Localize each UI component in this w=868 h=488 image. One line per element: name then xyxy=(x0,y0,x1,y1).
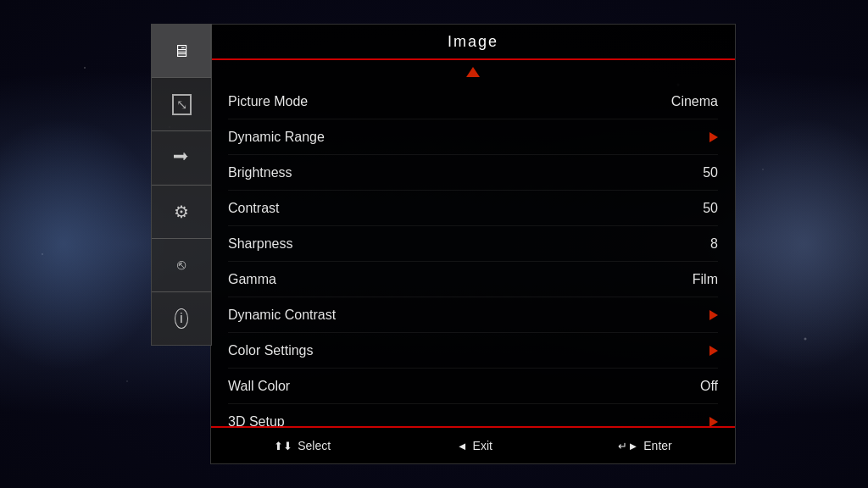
menu-item[interactable]: Picture ModeCinema xyxy=(228,84,718,119)
sidebar-item-share[interactable]: ⎋ xyxy=(152,239,211,292)
footer-exit[interactable]: ◄ Exit xyxy=(457,439,492,452)
footer-enter[interactable]: ↵► Enter xyxy=(618,439,671,452)
menu-title: Image xyxy=(448,33,498,51)
menu-item-value: 50 xyxy=(703,201,718,216)
menu-item-value: 8 xyxy=(710,236,718,252)
chevron-right-icon xyxy=(709,346,718,356)
picture-size-icon: ⤡ xyxy=(172,94,192,115)
share-icon: ⎋ xyxy=(177,257,186,274)
menu-item-label: Gamma xyxy=(228,272,276,287)
image-menu: Image Picture ModeCinemaDynamic RangeBri… xyxy=(210,24,736,464)
settings-icon: ⚙ xyxy=(174,202,189,222)
select-icon: ⬆⬇ xyxy=(274,440,292,452)
exit-icon: ◄ xyxy=(457,440,468,452)
footer-exit-label: Exit xyxy=(473,439,492,452)
footer-select: ⬆⬇ Select xyxy=(274,439,331,452)
sidebar-item-info[interactable]: i xyxy=(152,292,211,345)
menu-item-label: Dynamic Contrast xyxy=(228,308,336,323)
scroll-up-area xyxy=(211,60,735,84)
menu-item[interactable]: Sharpness8 xyxy=(228,226,718,262)
footer-select-label: Select xyxy=(298,439,331,452)
menu-item-label: Dynamic Range xyxy=(228,130,325,145)
menu-item[interactable]: Wall ColorOff xyxy=(228,369,718,404)
menu-item-value: Off xyxy=(700,379,718,394)
display-icon: 🖥 xyxy=(173,42,190,61)
sidebar: 🖥 ⤡ ⮕ ⚙ ⎋ i xyxy=(151,24,212,346)
menu-item-value: Film xyxy=(693,272,718,287)
chevron-right-icon xyxy=(709,132,718,142)
menu-item-value: 50 xyxy=(703,165,718,180)
menu-body: Picture ModeCinemaDynamic RangeBrightnes… xyxy=(211,60,735,426)
menu-item-label: Contrast xyxy=(228,201,279,216)
sidebar-item-picture-size[interactable]: ⤡ xyxy=(152,78,211,131)
menu-items-list: Picture ModeCinemaDynamic RangeBrightnes… xyxy=(211,84,735,426)
footer-enter-label: Enter xyxy=(643,439,671,452)
menu-item-label: Wall Color xyxy=(228,379,290,394)
background-glow-left xyxy=(0,117,170,371)
menu-title-bar: Image xyxy=(211,25,735,60)
sidebar-item-source[interactable]: ⮕ xyxy=(152,131,211,185)
menu-item-label: Color Settings xyxy=(228,343,314,358)
menu-item[interactable]: Dynamic Range xyxy=(228,119,718,155)
menu-item[interactable]: Contrast50 xyxy=(228,191,718,226)
menu-footer: ⬆⬇ Select ◄ Exit ↵► Enter xyxy=(211,426,735,463)
info-icon: i xyxy=(175,308,188,329)
enter-icon: ↵► xyxy=(618,440,638,452)
menu-item-label: Picture Mode xyxy=(228,94,308,109)
menu-item-label: 3D Setup xyxy=(228,414,285,426)
sidebar-item-display[interactable]: 🖥 xyxy=(152,25,211,78)
menu-item-value: Cinema xyxy=(671,94,718,109)
chevron-right-icon xyxy=(709,417,718,426)
menu-item[interactable]: Dynamic Contrast xyxy=(228,297,718,333)
menu-item-label: Sharpness xyxy=(228,236,293,252)
menu-item[interactable]: Color Settings xyxy=(228,333,718,369)
source-icon: ⮕ xyxy=(173,148,190,168)
chevron-right-icon xyxy=(709,310,718,320)
menu-item[interactable]: GammaFilm xyxy=(228,262,718,297)
menu-item-label: Brightness xyxy=(228,165,292,180)
sidebar-item-settings[interactable]: ⚙ xyxy=(152,186,211,239)
menu-item[interactable]: 3D Setup xyxy=(228,404,718,426)
scroll-up-arrow[interactable] xyxy=(466,67,480,77)
menu-item[interactable]: Brightness50 xyxy=(228,155,718,191)
